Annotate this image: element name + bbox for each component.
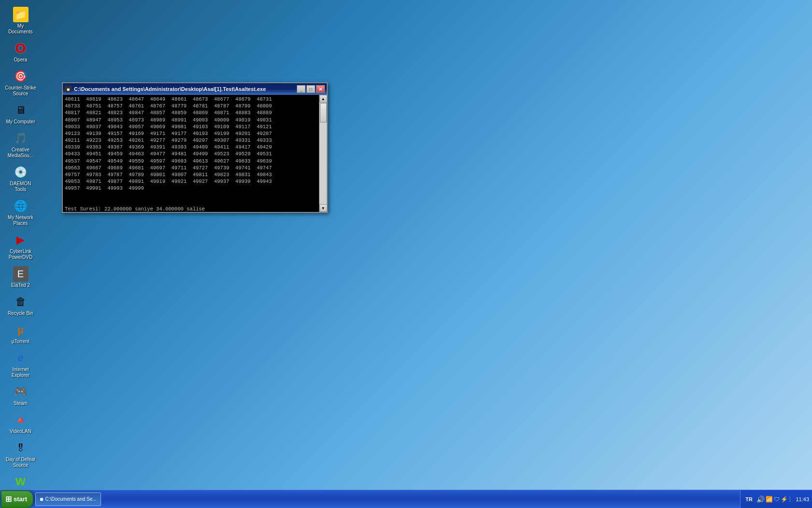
icon-label-counter-strike: Counter-Strike Source [5,85,37,97]
cmd-window: ■ C:\Documents and Settings\Administrato… [62,82,328,213]
tray-icon-1[interactable]: 🔊 [756,495,765,503]
steam-icon: 🎮 [13,384,29,400]
cmd-close-button[interactable]: ✕ [316,85,325,93]
icon-ie[interactable]: e Internet Explorer [4,348,38,380]
icon-label-steam: Steam [14,401,28,406]
cmd-scrollbar[interactable]: ▲ ▼ [319,95,327,212]
desktop: 📁 My Documents O Opera 🎯 Counter-Strike … [0,0,812,490]
taskbar-task-cmd[interactable]: ■ C:\Documents and Se... [35,493,101,506]
icon-label-elated: ElaTed 2 [11,283,30,288]
system-tray: TR 🔊 📶 🛡 ⚡ 11:43 [740,490,812,508]
icon-cyberlink[interactable]: ▶ CyberLink PowerDVD [4,230,38,262]
task-cmd-icon: ■ [40,496,43,503]
taskbar: ⊞ start ■ C:\Documents and Se... TR 🔊 📶 … [0,490,812,508]
utorrent-icon: µ [13,322,29,338]
icon-recycle[interactable]: 🗑 Recycle Bin [4,292,38,318]
icon-dod[interactable]: 🎖 Day of Defeat Source [4,438,38,470]
ie-icon: e [13,350,29,366]
elated-icon: E [13,266,29,282]
icon-steam[interactable]: 🎮 Steam [4,382,38,408]
winamp-icon: W [13,474,29,490]
system-clock: 11:43 [790,496,809,502]
icon-label-utorrent: µTorrent [12,339,29,344]
taskbar-tasks: ■ C:\Documents and Se... [33,493,740,506]
start-label: start [14,495,27,503]
icon-daemon[interactable]: 💿 DAEMON Tools [4,163,38,194]
my-documents-icon: 📁 [13,7,29,22]
icon-label-ie: Internet Explorer [5,367,37,378]
icon-label-dod: Day of Defeat Source [5,457,37,468]
scroll-down-button[interactable]: ▼ [319,204,327,212]
icon-label-opera: Opera [14,57,28,63]
task-cmd-label: C:\Documents and Se... [45,496,96,502]
cmd-minimize-button[interactable]: _ [297,85,305,93]
daemon-icon: 💿 [13,164,29,180]
icon-utorrent[interactable]: µ µTorrent [4,320,38,346]
windows-logo: ⊞ [5,494,12,504]
scroll-up-button[interactable]: ▲ [319,95,327,103]
tray-icons: 🔊 📶 🛡 ⚡ [756,495,788,503]
opera-icon: O [13,41,29,56]
icon-label-creative: Creative MediaSou... [5,147,37,159]
my-computer-icon: 🖥 [13,103,29,118]
icon-counter-strike[interactable]: 🎯 Counter-Strike Source [4,67,38,99]
tray-icon-4[interactable]: ⚡ [781,496,788,503]
cmd-title-text: C:\Documents and Settings\Administrator\… [74,86,297,92]
icon-label-daemon: DAEMON Tools [5,181,37,193]
cmd-content-area: 48611 48619 48623 48647 48649 48661 4867… [63,95,327,212]
scroll-track[interactable] [319,103,327,204]
cyberlink-icon: ▶ [13,232,29,248]
scroll-thumb[interactable] [320,103,327,122]
start-button[interactable]: ⊞ start [1,491,33,508]
icon-videolan[interactable]: 🔺 VideoLAN [4,410,38,436]
videolan-icon: 🔺 [13,412,29,428]
desktop-icon-column: 📁 My Documents O Opera 🎯 Counter-Strike … [2,5,39,508]
cmd-window-icon: ■ [65,86,72,92]
icon-label-cyberlink: CyberLink PowerDVD [5,249,37,260]
icon-my-network[interactable]: 🌐 My Network Places [4,196,38,228]
creative-icon: 🎵 [13,131,29,146]
icon-label-videolan: VideoLAN [10,429,31,434]
icon-opera[interactable]: O Opera [4,39,38,65]
tray-icon-2[interactable]: 📶 [766,496,773,503]
dod-icon: 🎖 [13,440,29,456]
my-network-icon: 🌐 [13,198,29,214]
counter-strike-icon: 🎯 [13,69,29,84]
icon-label-recycle: Recycle Bin [8,311,33,316]
icon-elated[interactable]: E ElaTed 2 [4,264,38,290]
language-indicator: TR [743,496,754,502]
icon-label-my-documents: My Documents [5,23,37,35]
cmd-titlebar[interactable]: ■ C:\Documents and Settings\Administrato… [63,83,327,95]
cmd-window-controls: _ □ ✕ [297,85,325,93]
recycle-icon: 🗑 [13,294,29,310]
icon-my-documents[interactable]: 📁 My Documents [4,5,38,37]
tray-icon-3[interactable]: 🛡 [774,496,780,503]
icon-label-my-computer: My Computer [6,119,35,125]
cmd-output: 48611 48619 48623 48647 48649 48661 4867… [63,95,319,212]
cmd-restore-button[interactable]: □ [306,85,315,93]
icon-label-my-network: My Network Places [5,215,37,226]
icon-my-computer[interactable]: 🖥 My Computer [4,101,38,127]
icon-creative[interactable]: 🎵 Creative MediaSou... [4,129,38,161]
